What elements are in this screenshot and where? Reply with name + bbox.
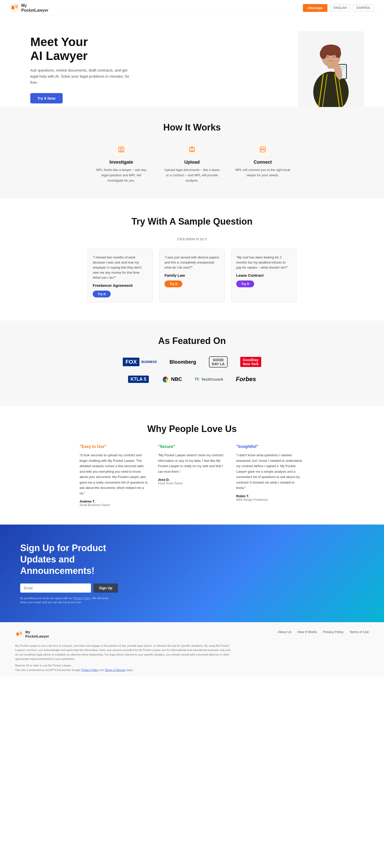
svg-rect-33 bbox=[15, 630, 23, 638]
footer-link-how[interactable]: How It Works bbox=[298, 630, 317, 634]
footer-age-notice: Must be 18 or older to use My Pocket Law… bbox=[15, 664, 369, 667]
signup-section: Sign Up for Product Updates and Announce… bbox=[0, 525, 384, 622]
why-role-0: Small Business Owner bbox=[79, 503, 148, 507]
sample-card-family-law: "I was just served with divorce papers a… bbox=[159, 249, 225, 303]
svg-point-30 bbox=[261, 149, 262, 150]
hero-section: Meet Your AI Lawyer Ask questions, revie… bbox=[0, 16, 384, 107]
svg-rect-29 bbox=[260, 147, 265, 152]
how-item-investigate: Investigate MPL thinks like a lawyer – a… bbox=[94, 143, 149, 183]
sample-subtitle: Click below to try it bbox=[20, 237, 364, 241]
svg-rect-35 bbox=[20, 631, 22, 634]
sample-try-button-1[interactable]: Try It bbox=[165, 280, 182, 287]
signup-disclaimer: By providing your email you agree with o… bbox=[20, 596, 111, 604]
why-card-1: "Secure" "My Pocket Lawyer doesn't store… bbox=[158, 444, 226, 507]
how-it-works-grid: Investigate MPL thinks like a lawyer – a… bbox=[10, 143, 374, 183]
sample-card-label-0: Freelancer Agreement bbox=[93, 283, 148, 287]
how-it-works-section: How It Works Investigate MPL thinks like… bbox=[0, 107, 384, 198]
hero-cta-button[interactable]: Try It Now bbox=[30, 93, 63, 103]
why-role-2: Web Design Freelancer bbox=[236, 498, 305, 501]
why-role-1: Food Truck Owner bbox=[158, 482, 226, 485]
why-body-2: "I didn't know what questions I wanted a… bbox=[236, 453, 305, 490]
why-grid: "Easy to Use" "It took seconds to upload… bbox=[20, 444, 364, 507]
svg-rect-0 bbox=[10, 3, 19, 12]
sample-card-label-2: Lease Contract bbox=[236, 273, 291, 277]
why-author-0: Andrew T. bbox=[79, 499, 148, 503]
sample-section: Try With A Sample Question Click below t… bbox=[0, 198, 384, 321]
svg-point-12 bbox=[320, 49, 327, 59]
svg-point-24 bbox=[334, 57, 335, 58]
hero-content: Meet Your AI Lawyer Ask questions, revie… bbox=[30, 35, 136, 103]
logo: My PocketLawyer bbox=[10, 3, 48, 13]
connect-desc: MPL will connect you to the right local … bbox=[235, 167, 290, 178]
sample-try-button-0[interactable]: Try It bbox=[93, 290, 111, 298]
why-author-1: Jose D. bbox=[158, 478, 226, 482]
signup-form: Sign Up bbox=[20, 584, 364, 593]
svg-rect-1 bbox=[12, 6, 14, 9]
sample-try-button-2[interactable]: Try It bbox=[236, 280, 254, 287]
why-body-1: "My Pocket Lawyer doesn't store my contr… bbox=[158, 453, 226, 474]
featured-section: As Featured On FOX BUSINESS Bloomberg GO… bbox=[0, 320, 384, 406]
footer-logo-icon bbox=[15, 630, 23, 638]
featured-logos-row-2: KTLA 5 NBC TC TechCrunch Forbes bbox=[20, 375, 364, 383]
footer-link-privacy[interactable]: Privacy Policy bbox=[323, 630, 344, 634]
hero-image bbox=[298, 31, 364, 107]
why-body-0: "It took seconds to upload my contract a… bbox=[79, 453, 148, 496]
how-item-connect: Connect MPL will connect you to the righ… bbox=[235, 143, 290, 183]
footer-top: My PocketLawyer About Us How It Works Pr… bbox=[15, 630, 369, 639]
upload-desc: Upload legal documents – like a lease or… bbox=[164, 167, 220, 183]
why-section: Why People Love Us "Easy to Use" "It too… bbox=[0, 406, 384, 525]
navbar: My PocketLawyer Attorneys ENGLISH ESPAÑO… bbox=[0, 0, 384, 16]
navbar-right: Attorneys ENGLISH ESPAÑOL bbox=[303, 4, 374, 12]
featured-title: As Featured On bbox=[20, 336, 364, 346]
logo-text: My PocketLawyer bbox=[21, 3, 48, 13]
attorneys-button[interactable]: Attorneys bbox=[303, 4, 327, 12]
why-tag-1: "Secure" bbox=[158, 444, 226, 449]
svg-rect-34 bbox=[16, 632, 19, 636]
why-card-2: "Insightful" "I didn't know what questio… bbox=[236, 444, 305, 507]
nbc-logo: NBC bbox=[162, 375, 182, 383]
footer-recaptcha: This site is protected by reCAPTCHA and … bbox=[15, 669, 369, 672]
email-input[interactable] bbox=[20, 584, 91, 593]
hero-subtitle: Ask questions, review documents, draft c… bbox=[30, 67, 136, 86]
how-item-upload: Upload Upload legal documents – like a l… bbox=[164, 143, 220, 183]
footer-disclaimer: My Pocket Lawyer is not a law firm or a … bbox=[15, 644, 233, 661]
signup-button[interactable]: Sign Up bbox=[94, 584, 118, 593]
svg-point-13 bbox=[335, 49, 341, 58]
upload-icon bbox=[185, 143, 199, 156]
techcrunch-logo: TC TechCrunch bbox=[195, 377, 223, 381]
why-tag-0: "Easy to Use" bbox=[79, 444, 148, 449]
footer-tos-link[interactable]: Terms of Service bbox=[105, 669, 125, 672]
goodday-la-logo: GOODDAY LA bbox=[209, 356, 228, 368]
upload-title: Upload bbox=[164, 160, 220, 165]
nbc-peacock-icon bbox=[162, 375, 170, 383]
sample-card-label-1: Family Law bbox=[165, 273, 219, 277]
svg-point-31 bbox=[263, 149, 264, 150]
goodday-ny-logo: GoodDayNew York bbox=[240, 357, 261, 367]
sample-card-lease: "My roof has been leaking for 2 months b… bbox=[231, 249, 296, 303]
lang-spanish-button[interactable]: ESPAÑOL bbox=[353, 4, 374, 11]
sample-card-quote-0: "I missed two months of work because I w… bbox=[93, 255, 148, 280]
bloomberg-logo: Bloomberg bbox=[170, 359, 196, 365]
svg-point-26 bbox=[120, 148, 122, 150]
svg-rect-2 bbox=[15, 5, 18, 8]
footer: My PocketLawyer About Us How It Works Pr… bbox=[0, 622, 384, 677]
signup-title: Sign Up for Product Updates and Announce… bbox=[20, 542, 121, 577]
why-tag-2: "Insightful" bbox=[236, 444, 305, 449]
svg-point-23 bbox=[327, 57, 329, 58]
footer-link-about[interactable]: About Us bbox=[278, 630, 291, 634]
footer-privacy-link[interactable]: Privacy Policy bbox=[81, 669, 99, 672]
footer-logo-text: My PocketLawyer bbox=[25, 630, 49, 639]
hero-title: Meet Your AI Lawyer bbox=[30, 35, 136, 63]
footer-link-terms[interactable]: Terms of Use bbox=[349, 630, 369, 634]
featured-logos-row-1: FOX BUSINESS Bloomberg GOODDAY LA GoodDa… bbox=[20, 356, 364, 368]
footer-links: About Us How It Works Privacy Policy Ter… bbox=[278, 630, 369, 634]
svg-rect-28 bbox=[190, 151, 194, 151]
lang-english-button[interactable]: ENGLISH bbox=[330, 4, 350, 11]
forbes-logo: Forbes bbox=[236, 376, 256, 383]
how-it-works-title: How It Works bbox=[10, 122, 374, 133]
why-title: Why People Love Us bbox=[20, 424, 364, 434]
privacy-policy-link[interactable]: Privacy Policy bbox=[73, 597, 91, 600]
investigate-desc: MPL thinks like a lawyer – ask any legal… bbox=[94, 167, 149, 183]
connect-icon bbox=[256, 143, 269, 156]
connect-title: Connect bbox=[235, 160, 290, 165]
